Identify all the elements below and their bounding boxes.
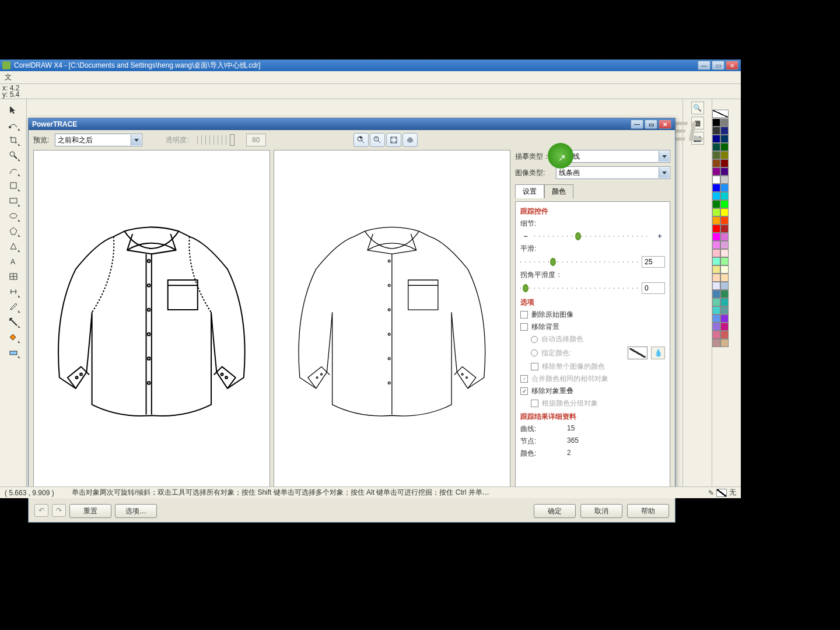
color-swatch[interactable] — [720, 127, 729, 135]
color-swatch[interactable] — [720, 192, 729, 200]
color-swatch[interactable] — [712, 143, 720, 151]
color-swatch[interactable] — [712, 306, 720, 314]
color-swatch[interactable] — [712, 265, 720, 274]
detail-minus-button[interactable]: − — [520, 231, 531, 242]
color-swatch[interactable] — [712, 184, 720, 192]
polygon-tool[interactable] — [5, 224, 22, 238]
redo-button[interactable]: ↷ — [52, 504, 66, 517]
color-swatch[interactable] — [712, 233, 720, 241]
color-swatch[interactable] — [712, 241, 720, 249]
corner-value[interactable]: 0 — [642, 282, 665, 294]
color-swatch[interactable] — [712, 151, 720, 159]
color-swatch[interactable] — [712, 127, 720, 135]
color-swatch[interactable] — [712, 176, 720, 184]
minimize-button[interactable]: — — [698, 61, 710, 70]
color-swatch[interactable] — [720, 249, 729, 257]
color-swatch[interactable] — [712, 208, 720, 216]
fill-tool[interactable] — [5, 330, 22, 344]
maximize-button[interactable]: ▭ — [712, 61, 724, 70]
crop-tool[interactable] — [5, 133, 22, 147]
corner-slider[interactable] — [520, 283, 638, 293]
no-color-swatch[interactable] — [712, 110, 729, 118]
text-tool[interactable]: A — [5, 254, 22, 268]
color-swatch[interactable] — [712, 249, 720, 257]
remove-overlap-checkbox[interactable]: ✓ — [520, 387, 528, 395]
color-swatch[interactable] — [720, 339, 729, 347]
freehand-tool[interactable] — [5, 163, 22, 177]
color-swatch[interactable] — [712, 159, 720, 167]
color-swatch[interactable] — [720, 159, 729, 167]
transparency-slider[interactable] — [197, 135, 238, 145]
menubar[interactable]: 文 — [0, 71, 741, 84]
dialog-close-button[interactable]: ✕ — [659, 120, 671, 129]
undo-button[interactable]: ↶ — [34, 504, 48, 517]
color-swatch[interactable] — [720, 290, 729, 298]
color-swatch[interactable] — [720, 282, 729, 290]
color-swatch[interactable] — [712, 118, 720, 127]
help-button[interactable]: 帮助 — [627, 504, 669, 518]
color-swatch[interactable] — [720, 233, 729, 241]
docker-hints-icon[interactable]: ▦ — [691, 117, 704, 130]
tab-colors[interactable]: 颜色 — [544, 184, 573, 198]
color-swatch[interactable] — [720, 151, 729, 159]
color-swatch[interactable] — [712, 331, 720, 339]
color-swatch[interactable] — [720, 298, 729, 306]
image-type-combo[interactable]: 线条画 — [556, 166, 670, 179]
pick-tool[interactable] — [5, 103, 22, 117]
tab-settings[interactable]: 设置 — [515, 184, 544, 198]
color-swatch[interactable] — [712, 135, 720, 143]
delete-original-checkbox[interactable] — [520, 311, 528, 318]
reset-button[interactable]: 重置 — [69, 504, 111, 518]
color-swatch[interactable] — [712, 167, 720, 176]
color-swatch[interactable] — [712, 314, 720, 323]
options-button[interactable]: 选项… — [115, 504, 157, 518]
color-swatch[interactable] — [712, 200, 720, 208]
docker-find-icon[interactable]: 🔍 — [691, 102, 704, 114]
dialog-minimize-button[interactable]: — — [631, 120, 643, 129]
outline-tool[interactable] — [5, 315, 22, 329]
close-button[interactable]: ✕ — [726, 61, 738, 70]
color-swatch[interactable] — [720, 118, 729, 127]
smoothing-slider[interactable] — [520, 257, 638, 267]
color-swatch[interactable] — [720, 225, 729, 233]
fill-none-swatch[interactable] — [716, 489, 727, 497]
color-swatch[interactable] — [720, 274, 729, 282]
ellipse-tool[interactable] — [5, 209, 22, 223]
smart-fill-tool[interactable] — [5, 178, 22, 192]
ok-button[interactable]: 确定 — [534, 504, 576, 518]
color-swatch[interactable] — [720, 167, 729, 176]
color-swatch[interactable] — [720, 323, 729, 331]
color-swatch[interactable] — [712, 274, 720, 282]
color-swatch[interactable] — [720, 265, 729, 274]
color-swatch[interactable] — [720, 200, 729, 208]
color-swatch[interactable] — [712, 282, 720, 290]
eyedropper-tool[interactable] — [5, 300, 22, 314]
color-swatch[interactable] — [712, 323, 720, 331]
interactive-tool[interactable] — [5, 285, 22, 299]
color-swatch[interactable] — [712, 257, 720, 265]
preview-mode-combo[interactable]: 之前和之后 — [55, 134, 142, 146]
color-swatch[interactable] — [720, 314, 729, 323]
smoothing-value[interactable]: 25 — [642, 256, 665, 268]
color-swatch[interactable] — [720, 306, 729, 314]
color-swatch[interactable] — [712, 225, 720, 233]
interactive-fill-tool[interactable] — [5, 345, 22, 359]
color-swatch[interactable] — [720, 176, 729, 184]
dialog-titlebar[interactable]: PowerTRACE — ▭ ✕ — [29, 118, 675, 130]
cancel-button[interactable]: 取消 — [580, 504, 622, 518]
basic-shapes-tool[interactable] — [5, 239, 22, 253]
color-swatch[interactable] — [720, 135, 729, 143]
color-swatch[interactable] — [712, 339, 720, 347]
dialog-maximize-button[interactable]: ▭ — [645, 120, 657, 129]
shape-tool[interactable] — [5, 118, 22, 132]
zoom-in-button[interactable]: + — [354, 133, 369, 147]
color-swatch[interactable] — [720, 208, 729, 216]
rectangle-tool[interactable] — [5, 194, 22, 208]
detail-plus-button[interactable]: + — [654, 231, 665, 242]
zoom-tool[interactable] — [5, 148, 22, 162]
color-swatch[interactable] — [712, 290, 720, 298]
color-swatch[interactable] — [712, 192, 720, 200]
zoom-out-button[interactable]: - — [370, 133, 385, 147]
color-swatch[interactable] — [720, 241, 729, 249]
menu-file[interactable]: 文 — [5, 72, 12, 82]
